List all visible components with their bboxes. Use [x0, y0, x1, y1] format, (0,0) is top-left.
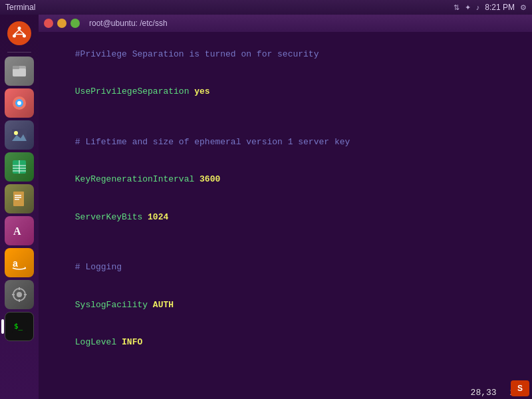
svg-point-9 [17, 101, 21, 105]
terminal-line-3: # Lifetime and size of ephemeral version… [44, 124, 527, 162]
svg-rect-21 [15, 199, 19, 200]
sound-icon: ♪ [476, 3, 480, 11]
comment-privilege: #Privilege Separation is turned on for s… [75, 49, 319, 59]
launcher-font-manager[interactable]: A [5, 216, 34, 245]
comment-logging: # Logging [75, 262, 122, 272]
comment-lifetime: # Lifetime and size of ephemeral version… [75, 137, 350, 147]
launcher-terminal[interactable]: $_ [5, 312, 34, 341]
taskbar: Terminal ⇅ ✦ ♪ 8:21 PM ⚙ [0, 0, 532, 15]
bluetooth-icon: ✦ [465, 3, 471, 12]
key-loglevel: LogLevel [75, 337, 122, 347]
taskbar-left: Terminal [5, 3, 35, 12]
minimize-button[interactable] [57, 19, 66, 28]
svg-rect-5 [13, 68, 26, 76]
launcher: A a $_ [0, 15, 39, 399]
terminal-line-blank-3 [44, 362, 527, 374]
svg-rect-19 [15, 195, 21, 196]
terminal-line-7: SyslogFacility AUTH [44, 287, 527, 325]
key-syslogfacility: SyslogFacility [75, 300, 153, 310]
val-loglevel: INFO [122, 337, 142, 347]
val-syslogfacility: AUTH [153, 300, 174, 310]
launcher-calc[interactable] [5, 152, 34, 182]
gear-icon[interactable]: ⚙ [520, 3, 527, 12]
svg-point-26 [17, 292, 22, 297]
launcher-files[interactable] [5, 57, 34, 86]
val-useprivsep: yes [194, 86, 209, 96]
launcher-amazon[interactable]: a [5, 248, 34, 277]
branding-logo: S [511, 380, 529, 396]
launcher-ubuntu[interactable] [5, 19, 34, 48]
key-keyregeninterval: KeyRegenerationInterval [75, 174, 200, 184]
key-serverkeybits: ServerKeyBits [75, 212, 148, 222]
launcher-separator [7, 52, 31, 53]
svg-rect-6 [13, 66, 19, 69]
terminal-line-8: LogLevel INFO [44, 324, 527, 362]
sort-icon: ⇅ [454, 3, 460, 12]
cursor-position: 28,33 [471, 388, 497, 398]
launcher-image-viewer[interactable] [5, 120, 34, 150]
terminal-window: root@ubuntu: /etc/ssh #Privilege Separat… [39, 15, 532, 399]
terminal-line-4: KeyRegenerationInterval 3600 [44, 161, 527, 199]
svg-text:A: A [13, 225, 21, 237]
terminal-line-blank-1 [44, 111, 527, 124]
taskbar-right: ⇅ ✦ ♪ 8:21 PM ⚙ [454, 3, 527, 12]
taskbar-time: 8:21 PM [485, 3, 515, 12]
terminal-line-blank-2 [44, 237, 527, 249]
terminal-body[interactable]: #Privilege Separation is turned on for s… [39, 32, 532, 399]
svg-rect-20 [15, 197, 21, 198]
maximize-button[interactable] [70, 19, 80, 28]
svg-text:$_: $_ [14, 322, 23, 331]
svg-text:a: a [13, 258, 18, 269]
svg-point-1 [18, 27, 21, 30]
val-serverkeybits: 1024 [148, 212, 168, 222]
val-keyregeninterval: 3600 [200, 174, 220, 184]
terminal-line-6: # Logging [44, 249, 527, 287]
taskbar-title: Terminal [5, 3, 35, 12]
terminal-titlebar: root@ubuntu: /etc/ssh [39, 15, 532, 32]
terminal-title: root@ubuntu: /etc/ssh [89, 19, 168, 28]
terminal-line-2: UsePrivilegeSeparation yes [44, 74, 527, 112]
status-bar: 28,33 21% [39, 386, 532, 399]
terminal-line-5: ServerKeyBits 1024 [44, 199, 527, 237]
svg-marker-24 [25, 267, 26, 269]
terminal-line-1: #Privilege Separation is turned on for s… [44, 36, 527, 74]
launcher-firefox[interactable] [5, 88, 34, 118]
svg-point-11 [14, 131, 18, 135]
close-button[interactable] [44, 19, 53, 28]
launcher-system-tools[interactable] [5, 280, 34, 309]
ubuntu-logo [7, 21, 31, 45]
key-useprivsep: UsePrivilegeSeparation [75, 86, 194, 96]
launcher-doc[interactable] [5, 184, 34, 213]
